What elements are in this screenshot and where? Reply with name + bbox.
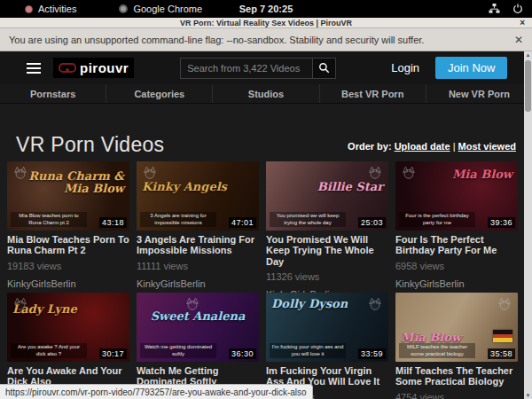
- site-logo[interactable]: pirouvr: [53, 58, 134, 78]
- studio-watermark-cat-icon: [367, 166, 383, 179]
- order-link-most-viewed[interactable]: Most viewed: [458, 141, 516, 152]
- video-card[interactable]: Lady Lyne Are you awake ? And your dick …: [7, 293, 129, 399]
- scroll-up-icon[interactable]: ▲: [526, 51, 531, 59]
- studio-watermark-cat-icon: [497, 297, 512, 310]
- video-card[interactable]: Mia Blow Four is the perfect birthday pa…: [395, 161, 518, 293]
- window-title: VR Porn: Virtual Reality Sex Videos | Pi…: [180, 19, 352, 27]
- thumbnail-overlay-caption: Are you awake ? And your dick also ?: [11, 343, 87, 358]
- page-title: VR Porn Videos: [16, 133, 164, 157]
- duration-badge: 47:01: [229, 217, 256, 228]
- join-now-button[interactable]: Join Now: [435, 57, 507, 79]
- vr-headset-icon: [59, 63, 76, 73]
- video-thumbnail[interactable]: Lady Lyne Are you awake ? And your dick …: [7, 293, 129, 362]
- video-card[interactable]: Sweet Analena Watch me getting dominated…: [137, 293, 259, 399]
- video-thumbnail[interactable]: Billie Star You promised we will keep tr…: [266, 161, 388, 231]
- duration-badge: 25:03: [358, 217, 386, 228]
- thumbnail-overlay-caption: You promised we will keep trying the who…: [270, 212, 346, 227]
- status-bar-url: https://pirouvr.com/vr-porn-video/779325…: [0, 384, 313, 399]
- video-card[interactable]: Mia Blow MILF teaches the teacher some p…: [395, 293, 518, 399]
- video-views: 19183 views: [7, 261, 129, 271]
- scrollbar-thumb[interactable]: [525, 60, 531, 112]
- thumbnail-overlay-caption: 3 Angels are training for impossible mis…: [140, 212, 216, 227]
- gnome-top-bar: Activities Google Chrome Sep 7 20:25: [0, 0, 532, 18]
- nav-item-new[interactable]: New VR Porn: [426, 84, 532, 103]
- duration-badge: 36:30: [229, 348, 256, 359]
- video-title[interactable]: 3 Angels Are Training For Impossible Mis…: [137, 234, 259, 256]
- video-thumbnail[interactable]: Kinky Angels 3 Angels are training for i…: [137, 161, 259, 231]
- thumbnail-overlay-caption: Watch me getting dominated softly: [140, 343, 216, 358]
- order-link-upload-date[interactable]: Upload date: [395, 141, 450, 152]
- logo-text: pirouvr: [80, 60, 129, 75]
- studio-watermark-cat-icon: [142, 166, 158, 179]
- order-by: Order by: Upload date | Most viewed: [348, 141, 516, 152]
- scroll-down-icon[interactable]: ▼: [526, 392, 531, 399]
- infobar-close-icon[interactable]: ✕: [514, 34, 523, 46]
- video-title[interactable]: You Promised We Will Keep Trying The Who…: [266, 234, 388, 267]
- infobar-message: You are using an unsupported command-lin…: [9, 35, 424, 45]
- nav-item-pornstars[interactable]: Pornstars: [0, 84, 106, 103]
- thumbnail-overlay-caption: Four is the perfect birthday party for m…: [399, 212, 475, 227]
- thumbnail-overlay-caption: Mia Blow teaches porn to Runa Charm pt 2: [11, 212, 87, 227]
- video-thumbnail[interactable]: Sweet Analena Watch me getting dominated…: [137, 293, 259, 362]
- thumbnail-overlay-caption: I'm fucking your virgin ass and you will…: [270, 343, 346, 358]
- thumbnail-overlay-title: Kinky Angels: [142, 181, 254, 193]
- video-card[interactable]: Billie Star You promised we will keep tr…: [266, 161, 388, 293]
- video-card[interactable]: Dolly Dyson I'm fucking your virgin ass …: [266, 293, 388, 399]
- window-titlebar: VR Porn: Virtual Reality Sex Videos | Pi…: [0, 18, 532, 28]
- login-link[interactable]: Login: [391, 61, 419, 74]
- german-flag-icon: [493, 330, 512, 342]
- studio-watermark-cat-icon: [184, 297, 200, 310]
- video-grid: Runa Charm & Mia Blow Mia Blow teaches p…: [0, 157, 532, 399]
- video-views: 11111 views: [137, 261, 259, 271]
- order-separator: |: [453, 141, 456, 152]
- video-title[interactable]: Milf Teaches The Teacher Some Practical …: [395, 365, 518, 387]
- video-card[interactable]: Kinky Angels 3 Angels are training for i…: [137, 161, 259, 293]
- video-thumbnail[interactable]: Mia Blow Four is the perfect birthday pa…: [395, 161, 518, 231]
- video-title[interactable]: Four Is The Perfect Birthday Party For M…: [395, 234, 518, 256]
- search-icon: [318, 62, 330, 74]
- chrome-infobar: You are using an unsupported command-lin…: [0, 28, 532, 51]
- window-close-icon[interactable]: ×: [520, 18, 525, 27]
- video-studio-link[interactable]: KinkyGirlsBerlin: [7, 278, 129, 289]
- nav-item-studios[interactable]: Studios: [212, 84, 318, 103]
- thumbnail-overlay-title: Lady Lyne: [12, 303, 124, 316]
- hamburger-menu-icon[interactable]: [27, 60, 41, 76]
- thumbnail-overlay-title: Billie Star: [271, 181, 383, 193]
- nav-item-best[interactable]: Best VR Porn: [319, 84, 426, 103]
- thumbnail-overlay-title: Sweet Analena: [142, 310, 254, 323]
- video-title[interactable]: Mia Blow Teaches Porn To Runa Charm Pt 2: [7, 234, 129, 256]
- video-card[interactable]: Runa Charm & Mia Blow Mia Blow teaches p…: [7, 161, 129, 293]
- video-views: 4754 views: [395, 392, 518, 399]
- video-studio-link[interactable]: KinkyGirlsBerlin: [137, 278, 259, 289]
- duration-badge: 33:59: [358, 348, 386, 359]
- screen: Activities Google Chrome Sep 7 20:25 VR …: [0, 0, 532, 399]
- video-views: 11326 views: [266, 271, 388, 282]
- page-content: pirouvr Login Join Now Pornstars Categor…: [0, 51, 532, 399]
- duration-badge: 30:17: [99, 348, 127, 359]
- duration-badge: 35:58: [488, 348, 515, 359]
- thumbnail-overlay-caption: MILF teaches the teacher some practical …: [399, 343, 475, 358]
- power-icon[interactable]: [512, 4, 523, 14]
- search-button[interactable]: [313, 58, 336, 79]
- site-header: pirouvr Login Join Now: [0, 51, 532, 84]
- video-studio-link[interactable]: KinkyGirlsBerlin: [395, 278, 518, 289]
- duration-badge: 39:36: [488, 217, 515, 228]
- clock[interactable]: Sep 7 20:25: [0, 4, 532, 14]
- video-thumbnail[interactable]: Runa Charm & Mia Blow Mia Blow teaches p…: [7, 161, 129, 231]
- search-input[interactable]: [180, 58, 313, 79]
- network-icon[interactable]: [489, 4, 500, 14]
- video-views: 6958 views: [395, 261, 518, 271]
- thumbnail-overlay-title: Dolly Dyson: [271, 298, 383, 310]
- video-thumbnail[interactable]: Mia Blow MILF teaches the teacher some p…: [395, 293, 518, 362]
- scrollbar[interactable]: ▲ ▼: [524, 51, 532, 399]
- thumbnail-overlay-title: Runa Charm & Mia Blow: [12, 170, 124, 194]
- thumbnail-overlay-title: Mia Blow: [401, 168, 512, 181]
- video-thumbnail[interactable]: Dolly Dyson I'm fucking your virgin ass …: [266, 293, 388, 362]
- main-nav: Pornstars Categories Studios Best VR Por…: [0, 84, 532, 104]
- order-by-label: Order by:: [348, 141, 392, 152]
- duration-badge: 43:18: [99, 217, 127, 228]
- nav-item-categories[interactable]: Categories: [106, 84, 212, 103]
